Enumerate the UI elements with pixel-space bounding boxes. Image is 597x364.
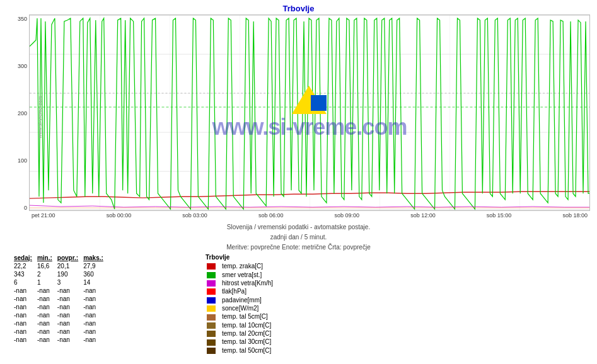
- legend-color-tal30: [207, 339, 216, 346]
- col-header-sedaj: sedaj:: [13, 254, 36, 262]
- chart-title: Trbovlje: [0, 0, 597, 14]
- legend-color-sonce: [207, 305, 216, 312]
- table-row: 61314: [13, 278, 107, 287]
- table-row: -nan-nan-nan-nan: [13, 287, 107, 295]
- col-header-povpr: povpr.:: [56, 254, 82, 262]
- legend-color-tal10: [207, 322, 216, 329]
- subtitle-line3: Meritve: povprečne Enote: metrične Črta:…: [0, 242, 597, 253]
- legend-item: temp. tal 20cm[C]: [206, 329, 275, 338]
- table-row: -nan-nan-nan-nan: [13, 327, 107, 336]
- legend-color-temp-zraka: [207, 263, 216, 270]
- legend-item: temp. tal 10cm[C]: [206, 321, 275, 329]
- legend-item: temp. tal 30cm[C]: [206, 338, 275, 346]
- table-row: 3432190360: [13, 270, 107, 278]
- legend-color-tal5: [207, 314, 216, 321]
- legend-item: smer vetra[st.]: [206, 270, 275, 278]
- stats-table: sedaj: min.: povpr.: maks.: 22,216,620,1…: [13, 254, 195, 355]
- col-header-maks: maks.:: [82, 254, 107, 262]
- table-row: -nan-nan-nan-nan: [13, 295, 107, 303]
- legend-color-tlak: [207, 288, 216, 295]
- legend-item: temp. zraka[C]: [206, 262, 275, 270]
- legend-item: temp. tal 50cm[C]: [206, 346, 275, 355]
- side-watermark: www.si-vreme.com: [37, 96, 43, 138]
- x-axis-labels: pet 21:00 sob 00:00 sob 03:00 sob 06:00 …: [29, 211, 590, 220]
- chart-area: www.si-vreme.com: [29, 14, 590, 211]
- subtitle-area: Slovenija / vremenski podatki - avtomats…: [0, 222, 597, 253]
- legend-color-tal50: [207, 348, 216, 354]
- subtitle-line1: Slovenija / vremenski podatki - avtomats…: [0, 222, 597, 232]
- legend-item: padavine[mm]: [206, 295, 275, 304]
- table-row: -nan-nan-nan-nan: [13, 303, 107, 311]
- table-row: -nan-nan-nan-nan: [13, 319, 107, 327]
- legend-area: Trbovlje temp. zraka[C] smer vetra[st.] …: [206, 254, 275, 355]
- chart-row: 350 300 200 100 0 www.si-vreme.com: [11, 14, 597, 220]
- legend-item: tlak[hPa]: [206, 287, 275, 295]
- col-header-min: min.:: [36, 254, 56, 262]
- table-row: -nan-nan-nan-nan: [13, 311, 107, 319]
- table-row: -nan-nan-nan-nan: [13, 336, 107, 344]
- legend-color-hitrost: [207, 280, 216, 287]
- chart-container: Trbovlje 350 300 200 100 0 www.si-vreme.…: [0, 0, 597, 364]
- legend-color-padavine: [207, 297, 216, 304]
- legend-table: temp. zraka[C] smer vetra[st.] hitrost v…: [206, 262, 275, 355]
- legend-color-tal20: [207, 331, 216, 337]
- legend-item: temp. tal 5cm[C]: [206, 312, 275, 321]
- y-axis-labels: 350 300 200 100 0: [11, 14, 29, 211]
- table-row: 22,216,620,127,9: [13, 262, 107, 270]
- subtitle-line2: zadnji dan / 5 minut.: [0, 232, 597, 242]
- legend-item: sonce[W/m2]: [206, 304, 275, 312]
- legend-station: Trbovlje: [206, 254, 275, 261]
- legend-item: hitrost vetra[Km/h]: [206, 279, 275, 287]
- chart-svg: [30, 15, 589, 210]
- bottom-section: sedaj: min.: povpr.: maks.: 22,216,620,1…: [13, 254, 597, 355]
- legend-color-smer-vetra: [207, 272, 216, 278]
